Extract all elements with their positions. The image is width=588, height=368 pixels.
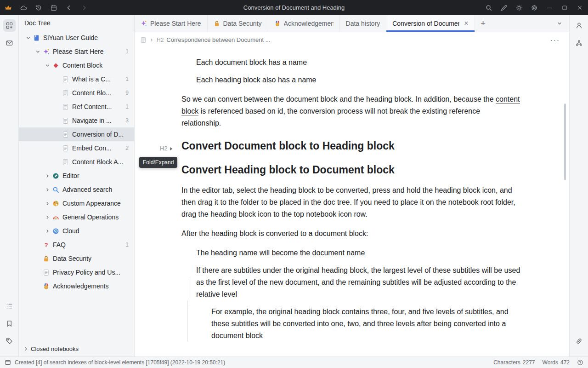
bookmark-icon[interactable] bbox=[3, 317, 16, 330]
breadcrumb-heading-label[interactable]: Correspondence between Document ... bbox=[166, 36, 544, 43]
go-back-icon[interactable] bbox=[65, 4, 73, 12]
list-item-text: If there are subtitles under the origina… bbox=[196, 264, 521, 300]
data-history-icon[interactable] bbox=[35, 4, 42, 12]
search-icon[interactable] bbox=[485, 4, 492, 12]
doc-tree-item[interactable]: ?FAQ1 bbox=[19, 238, 134, 252]
paragraph-block[interactable]: In the editor tab, select the heading bl… bbox=[181, 184, 521, 220]
tag-icon[interactable] bbox=[3, 335, 16, 347]
editor-scrollbar[interactable] bbox=[564, 104, 566, 180]
doc-tree-item-label: Acknowledgements bbox=[53, 282, 129, 290]
more-options-icon[interactable]: ··· bbox=[547, 36, 564, 44]
tab[interactable]: Data Security bbox=[208, 15, 268, 32]
doc-tree-dock-icon[interactable] bbox=[3, 19, 16, 32]
go-forward-icon[interactable] bbox=[80, 4, 88, 12]
heading-gutter[interactable]: H2 bbox=[160, 141, 174, 156]
file-icon bbox=[61, 76, 70, 83]
file-icon bbox=[61, 117, 70, 124]
list-item-text: The heading name will become the documen… bbox=[196, 247, 521, 259]
new-tab-button[interactable]: + bbox=[475, 15, 492, 32]
document-icon[interactable] bbox=[140, 37, 147, 43]
bullet-dot[interactable] bbox=[181, 57, 196, 69]
doc-tree-item[interactable]: Privacy Policy and Us... bbox=[19, 265, 134, 279]
chevron-right-icon[interactable] bbox=[44, 201, 51, 206]
chevron-right-icon[interactable] bbox=[44, 187, 51, 192]
backlinks-link-icon[interactable] bbox=[573, 335, 585, 347]
tab[interactable]: Acknowledgements bbox=[268, 15, 340, 32]
doc-count-badge: 3 bbox=[125, 117, 129, 124]
palette-icon bbox=[51, 200, 60, 207]
fold-arrow-icon[interactable] bbox=[168, 146, 174, 152]
chevron-down-icon[interactable] bbox=[24, 35, 32, 40]
closed-notebooks-toggle[interactable]: Closed notebooks bbox=[19, 341, 134, 356]
doc-tree-item[interactable]: Data Security bbox=[19, 252, 134, 265]
text-span: After the heading block is converted to … bbox=[181, 230, 368, 237]
readonly-edit-icon[interactable] bbox=[500, 4, 508, 12]
chevron-right-icon[interactable] bbox=[44, 215, 51, 220]
inbox-icon[interactable] bbox=[3, 37, 16, 49]
bullet-dot[interactable] bbox=[181, 74, 196, 86]
doc-tree-item[interactable]: Content Block bbox=[19, 58, 134, 72]
help-icon[interactable] bbox=[577, 359, 583, 366]
doc-tree-item-label: Please Start Here bbox=[53, 48, 123, 55]
doc-tree-item[interactable]: Acknowledgements bbox=[19, 279, 134, 293]
doc-tree-item[interactable]: Editor bbox=[19, 169, 134, 183]
file-icon bbox=[61, 90, 70, 97]
bullet-dot[interactable] bbox=[197, 306, 211, 342]
doc-tree-item[interactable]: Cloud bbox=[19, 224, 134, 238]
app-body: Doc Tree SiYuan User GuidePlease Start H… bbox=[0, 15, 588, 356]
bullet-dot[interactable] bbox=[181, 264, 196, 300]
list-item-block[interactable]: Each heading block also has a name bbox=[181, 74, 521, 86]
editor[interactable]: Each document block has a nameEach headi… bbox=[135, 47, 569, 356]
list-item-text: Each heading block also has a name bbox=[196, 74, 521, 86]
doc-tree-item-label: Privacy Policy and Us... bbox=[53, 269, 129, 276]
tab-list-chevron-icon[interactable] bbox=[550, 15, 569, 32]
chevron-right-icon[interactable] bbox=[44, 173, 51, 178]
chevron-down-icon[interactable] bbox=[34, 49, 42, 54]
workspace-crown-icon[interactable] bbox=[5, 4, 12, 12]
doc-tree-item[interactable]: What is a C...1 bbox=[19, 72, 134, 86]
outline-icon[interactable] bbox=[3, 300, 16, 312]
doc-tree-item[interactable]: Conversion of D... bbox=[19, 127, 134, 141]
doc-tree-item[interactable]: Content Block A... bbox=[19, 155, 134, 169]
doc-tree-item[interactable]: Custom Appearance bbox=[19, 196, 134, 210]
doc-tree-item[interactable]: Advanced search bbox=[19, 183, 134, 196]
tab[interactable]: Please Start Here bbox=[135, 15, 208, 32]
daily-note-icon[interactable] bbox=[50, 4, 57, 12]
close-icon[interactable] bbox=[576, 4, 583, 12]
tab[interactable]: Conversion of Document and Heading× bbox=[386, 15, 475, 32]
doc-tree-item-label: Embed Con... bbox=[72, 144, 123, 152]
doc-tree-item-label: Custom Appearance bbox=[62, 200, 129, 207]
sync-cloud-icon[interactable] bbox=[20, 4, 27, 12]
doc-tree-item[interactable]: Please Start Here1 bbox=[19, 45, 134, 58]
minimize-icon[interactable] bbox=[546, 4, 553, 12]
graph-icon[interactable] bbox=[573, 37, 585, 49]
heading-block[interactable]: Convert Document block to Heading blockH… bbox=[181, 138, 521, 153]
settings-gear-icon[interactable] bbox=[531, 4, 538, 12]
theme-sun-icon[interactable] bbox=[515, 4, 523, 12]
tab[interactable]: Data history bbox=[340, 15, 387, 32]
doc-tree-item[interactable]: Ref Content...1 bbox=[19, 100, 134, 114]
contacts-icon[interactable] bbox=[573, 19, 585, 32]
list-item-block[interactable]: If there are subtitles under the origina… bbox=[181, 264, 521, 300]
heading-block[interactable]: Convert Heading block to Document block bbox=[181, 162, 521, 177]
list-item-block[interactable]: The heading name will become the documen… bbox=[181, 247, 521, 259]
doc-tree-item[interactable]: Embed Con...2 bbox=[19, 141, 134, 155]
doc-tree-item[interactable]: Content Blo...9 bbox=[19, 86, 134, 100]
list-item-text: For example, the original heading block … bbox=[211, 306, 521, 342]
doc-tree-item[interactable]: General Operations bbox=[19, 210, 134, 224]
doc-tree-item[interactable]: Navigate in ...3 bbox=[19, 114, 134, 127]
bullet-dot[interactable] bbox=[181, 247, 196, 259]
chevron-right-icon[interactable] bbox=[44, 229, 51, 234]
doc-tree-item[interactable]: SiYuan User Guide bbox=[19, 31, 134, 45]
maximize-icon[interactable] bbox=[561, 4, 568, 12]
list-item-block[interactable]: For example, the original heading block … bbox=[197, 306, 521, 342]
list-item-block[interactable]: Each document block has a name bbox=[181, 57, 521, 69]
medal-icon bbox=[42, 283, 51, 290]
text-span: is referenced based on id, the conversio… bbox=[181, 107, 480, 127]
doc-count-badge: 2 bbox=[125, 145, 129, 151]
tab-close-icon[interactable]: × bbox=[464, 20, 468, 27]
chevron-down-icon[interactable] bbox=[44, 63, 51, 68]
paragraph-block[interactable]: After the heading block is converted to … bbox=[181, 228, 521, 240]
doc-tree-item-label: What is a C... bbox=[72, 75, 123, 83]
paragraph-block[interactable]: So we can convert between the document b… bbox=[181, 93, 521, 129]
